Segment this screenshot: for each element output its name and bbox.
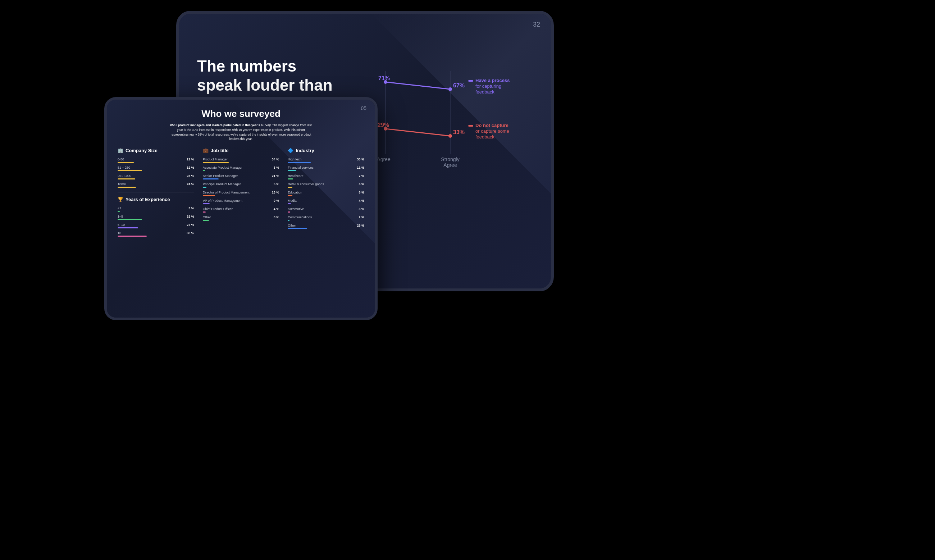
- company-size-title: 🏢 Company Size: [118, 148, 194, 153]
- ind-row-5: Education 6 %: [288, 191, 364, 196]
- job-label-2: Associate Product Manager: [203, 166, 243, 169]
- industry-title: 🔷 Industry: [288, 148, 364, 153]
- yoe-row-3: 5–10 27 %: [118, 223, 194, 228]
- ind-val-9: 25 %: [354, 224, 364, 227]
- ind-row-6: Media 4 %: [288, 199, 364, 204]
- yoe-label-2: 1–5: [118, 215, 123, 218]
- ind-val-2: 11 %: [354, 166, 364, 169]
- ind-val-1: 30 %: [354, 157, 364, 161]
- ind-label-2: Financial services: [288, 166, 314, 169]
- company-size-col: 🏢 Company Size 0-50 21 % 51 – 250 32 %: [118, 148, 194, 240]
- front-subtitle: 850+ product managers and leaders partic…: [169, 123, 313, 142]
- subtitle-bold: 850+ product managers and leaders partic…: [170, 123, 271, 127]
- ind-row-3: Healthcare 7 %: [288, 174, 364, 180]
- front-title: Who we surveyed: [118, 108, 364, 119]
- ind-val-6: 4 %: [354, 199, 364, 203]
- ind-label-1: High tech: [288, 157, 301, 161]
- ind-val-5: 6 %: [354, 191, 364, 194]
- company-val-4: 24 %: [183, 182, 194, 186]
- front-columns: 🏢 Company Size 0-50 21 % 51 – 250 32 %: [118, 148, 364, 240]
- yoe-val-1: 3 %: [183, 206, 194, 210]
- job-val-1: 34 %: [268, 157, 279, 161]
- company-label-2: 51 – 250: [118, 166, 130, 169]
- company-row-1: 0-50 21 %: [118, 157, 194, 163]
- svg-text:Strongly: Strongly: [441, 157, 459, 162]
- company-row-2: 51 – 250 32 %: [118, 166, 194, 171]
- job-label-3: Senior Product Manager: [203, 174, 238, 178]
- company-label-3: 251-1000: [118, 174, 131, 178]
- ind-label-4: Retail & consumer goods: [288, 182, 324, 186]
- yoe-icon: 🏆: [118, 197, 123, 202]
- ind-row-4: Retail & consumer goods 6 %: [288, 182, 364, 188]
- company-val-3: 23 %: [183, 174, 194, 178]
- tablet-front: 05 Who we surveyed 850+ product managers…: [104, 97, 378, 320]
- ind-row-7: Automotive 3 %: [288, 207, 364, 212]
- yoe-val-2: 32 %: [183, 215, 194, 218]
- ind-val-4: 6 %: [354, 182, 364, 186]
- ind-row-1: High tech 30 %: [288, 157, 364, 163]
- job-label-7: Chief Product Officer: [203, 207, 233, 211]
- yoe-row-4: 10+ 38 %: [118, 231, 194, 237]
- yoe-row-1: <1 3 %: [118, 206, 194, 212]
- job-label-6: VP of Product Management: [203, 199, 242, 203]
- page-number-back: 32: [533, 21, 540, 28]
- job-val-2: 3 %: [268, 166, 279, 169]
- industry-icon: 🔷: [288, 148, 294, 153]
- job-label-8: Other: [203, 215, 211, 219]
- job-title-label: Job title: [211, 148, 229, 153]
- job-row-7: Chief Product Officer 4 %: [203, 207, 280, 212]
- job-row-4: Principal Product Manager 5 %: [203, 182, 280, 188]
- yoe-val-4: 38 %: [183, 231, 194, 235]
- job-row-1: Product Manager 34 %: [203, 157, 280, 163]
- industry-col: 🔷 Industry High tech 30 % Financial serv…: [288, 148, 364, 240]
- ind-label-7: Automotive: [288, 207, 304, 211]
- ind-label-9: Other: [288, 224, 296, 227]
- yoe-row-2: 1–5 32 %: [118, 215, 194, 220]
- company-label-1: 0-50: [118, 157, 124, 161]
- job-label-5: Director of Product Management: [203, 191, 249, 194]
- ind-label-5: Education: [288, 191, 302, 194]
- yoe-title: 🏆 Years of Experience: [118, 197, 194, 202]
- yoe-label-3: 5–10: [118, 223, 125, 226]
- ind-val-3: 7 %: [354, 174, 364, 178]
- job-row-6: VP of Product Management 9 %: [203, 199, 280, 204]
- company-row-4: 1000+ 24 %: [118, 182, 194, 188]
- ind-label-3: Healthcare: [288, 174, 303, 178]
- ind-val-7: 3 %: [354, 207, 364, 211]
- job-title-col: 💼 Job title Product Manager 34 % Associa…: [203, 148, 280, 240]
- company-val-1: 21 %: [183, 157, 194, 161]
- svg-text:Agree: Agree: [377, 157, 391, 162]
- company-title-label: Company Size: [126, 148, 157, 153]
- ind-row-2: Financial services 11 %: [288, 166, 364, 171]
- ind-row-9: Other 25 %: [288, 224, 364, 229]
- svg-text:Agree: Agree: [443, 162, 457, 168]
- job-label-4: Principal Product Manager: [203, 182, 241, 186]
- yoe-title-label: Years of Experience: [126, 197, 170, 202]
- job-row-8: Other 8 %: [203, 215, 280, 221]
- company-icon: 🏢: [118, 148, 123, 153]
- company-label-4: 1000+: [118, 182, 126, 186]
- job-val-8: 8 %: [268, 215, 279, 219]
- company-val-2: 32 %: [183, 166, 194, 169]
- yoe-label-4: 10+: [118, 231, 123, 235]
- job-label-1: Product Manager: [203, 157, 228, 161]
- job-val-6: 9 %: [268, 199, 279, 203]
- job-icon: 💼: [203, 148, 209, 153]
- job-row-2: Associate Product Manager 3 %: [203, 166, 280, 171]
- industry-title-label: Industry: [295, 148, 314, 153]
- job-title-title: 💼 Job title: [203, 148, 280, 153]
- yoe-val-3: 27 %: [183, 223, 194, 226]
- job-val-7: 4 %: [268, 207, 279, 211]
- job-val-3: 21 %: [268, 174, 279, 178]
- ind-label-6: Media: [288, 199, 297, 203]
- yoe-label-1: <1: [118, 206, 121, 210]
- ind-row-8: Communications 2 %: [288, 215, 364, 221]
- ind-label-8: Communications: [288, 215, 312, 219]
- job-val-4: 5 %: [268, 182, 279, 186]
- job-row-3: Senior Product Manager 21 %: [203, 174, 280, 180]
- company-row-3: 251-1000 23 %: [118, 174, 194, 180]
- job-row-5: Director of Product Management 16 %: [203, 191, 280, 196]
- divider-1: [118, 192, 194, 192]
- ind-val-8: 2 %: [354, 215, 364, 219]
- job-val-5: 16 %: [268, 191, 279, 194]
